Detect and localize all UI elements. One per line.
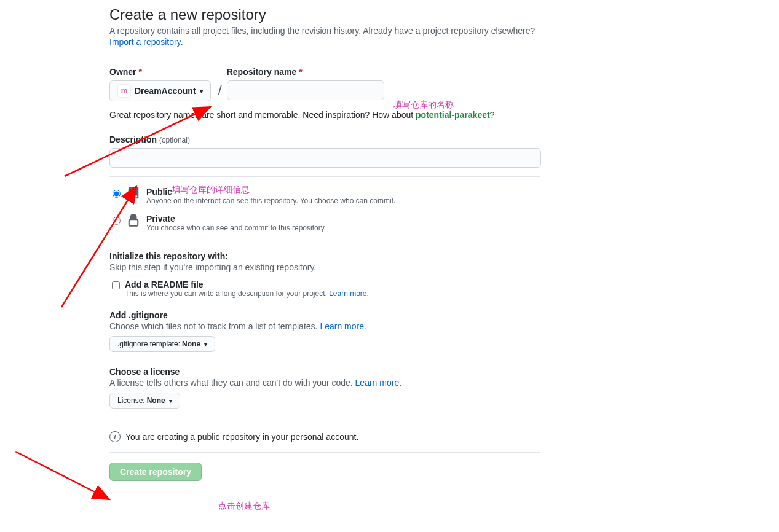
private-title: Private: [146, 214, 326, 224]
svg-line-2: [15, 452, 109, 481]
description-label: Description (optional): [109, 135, 540, 144]
license-learn-link[interactable]: Learn more.: [355, 378, 401, 388]
caret-down-icon: ▾: [169, 397, 172, 404]
owner-label: Owner *: [109, 67, 211, 77]
description-input[interactable]: [109, 148, 541, 168]
license-title: Choose a license: [109, 367, 540, 377]
init-subtitle: Skip this step if you're importing an ex…: [109, 262, 540, 272]
init-title: Initialize this repository with:: [109, 251, 540, 261]
readme-desc: This is where you can write a long descr…: [125, 289, 369, 298]
private-radio[interactable]: [113, 217, 121, 225]
gitignore-desc: Choose which files not to track from a l…: [109, 321, 540, 331]
lock-icon: [127, 214, 141, 229]
create-repository-button[interactable]: Create repository: [109, 463, 202, 481]
repo-name-hint: Great repository names are short and mem…: [109, 110, 540, 120]
repo-name-input[interactable]: [227, 80, 384, 100]
readme-learn-link[interactable]: Learn more.: [329, 289, 369, 298]
owner-dropdown[interactable]: m DreamAccount ▾: [109, 80, 211, 101]
public-desc: Anyone on the internet can see this repo…: [146, 197, 395, 205]
public-title: Public: [146, 187, 395, 197]
readme-title: Add a README file: [125, 280, 369, 289]
owner-avatar-icon: m: [117, 84, 131, 98]
repo-name-label: Repository name *: [227, 67, 384, 77]
license-desc: A license tells others what they can and…: [109, 378, 540, 388]
import-repo-link[interactable]: Import a repository.: [109, 37, 183, 47]
page-title: Create a new repository: [109, 6, 540, 23]
license-dropdown[interactable]: License: None▾: [109, 393, 180, 409]
public-radio[interactable]: [113, 190, 121, 198]
private-desc: You choose who can see and commit to thi…: [146, 224, 326, 232]
name-suggestion-link[interactable]: potential-parakeet: [416, 110, 490, 120]
repo-icon: [127, 187, 141, 202]
gitignore-title: Add .gitignore: [109, 310, 540, 320]
info-text: You are creating a public repository in …: [125, 432, 358, 442]
gitignore-dropdown[interactable]: .gitignore template: None▾: [109, 336, 215, 352]
page-subtitle: A repository contains all project files,…: [109, 26, 540, 36]
caret-down-icon: ▾: [204, 341, 207, 348]
readme-checkbox[interactable]: [112, 281, 120, 289]
gitignore-learn-link[interactable]: Learn more.: [320, 321, 366, 331]
info-icon: i: [109, 431, 121, 442]
caret-down-icon: ▾: [200, 88, 203, 95]
slash-separator: /: [218, 83, 222, 101]
